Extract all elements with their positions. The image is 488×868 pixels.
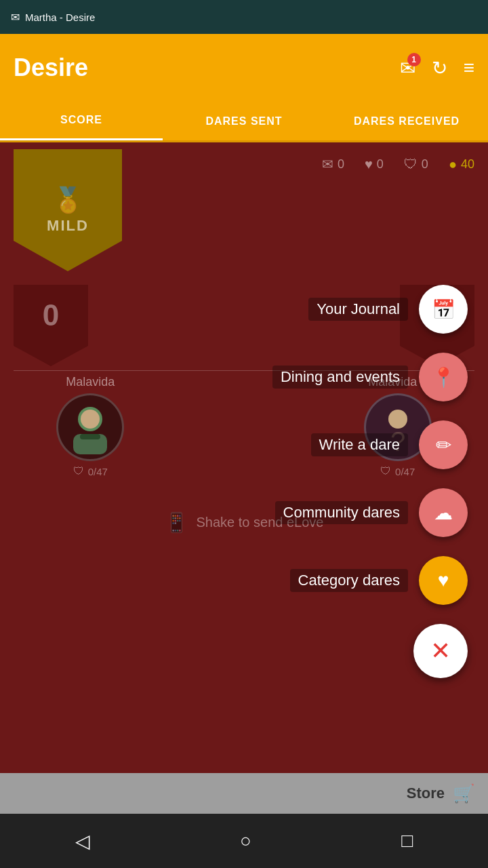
cart-icon: 🛒	[453, 783, 474, 804]
close-icon: ✕	[430, 637, 451, 665]
mail-status-icon: ✉	[11, 11, 20, 24]
player-left-score: 0	[43, 298, 59, 332]
store-bar[interactable]: Store 🛒	[0, 773, 488, 814]
envelope-icon: ✉	[322, 156, 333, 172]
back-icon: ◁	[75, 831, 90, 852]
heart-icon: ♥	[365, 157, 373, 172]
recent-icon: □	[401, 830, 413, 851]
stat-shields: 🛡 0	[404, 157, 428, 172]
stat-messages-value: 0	[338, 157, 344, 172]
status-bar: ✉ Martha - Desire	[0, 0, 488, 34]
refresh-icon: ↻	[432, 58, 447, 79]
nav-back-button[interactable]: ◁	[75, 830, 90, 852]
main-content: 🏅 MILD ✉ 0 ♥ 0 🛡 0 ● 40	[0, 142, 488, 773]
write-dare-label: Write a dare	[311, 433, 408, 456]
store-label: Store	[407, 785, 445, 802]
tab-dares-received-label: DARES RECEIVED	[354, 115, 460, 127]
svg-point-2	[81, 410, 100, 429]
stat-hearts: ♥ 0	[365, 157, 384, 172]
player-left-avatar	[56, 393, 124, 461]
community-dares-row: Community dares ☁	[275, 488, 468, 537]
dining-events-button[interactable]: 📍	[419, 353, 468, 401]
stat-messages: ✉ 0	[322, 156, 344, 172]
your-journal-button[interactable]: 📅	[419, 285, 468, 334]
tab-dares-received[interactable]: DARES RECEIVED	[325, 102, 488, 140]
shield-icon: 🛡	[404, 157, 418, 172]
your-journal-row: Your Journal 📅	[308, 285, 468, 334]
player-left-arrow	[14, 346, 88, 366]
player-left-score-row: 🛡 0/47	[73, 465, 108, 477]
app-bar-icons: ✉ 1 ↻ ≡	[400, 57, 474, 79]
tab-dares-sent-label: DARES SENT	[205, 115, 282, 127]
svg-rect-3	[80, 434, 100, 439]
menu-button[interactable]: ≡	[464, 57, 474, 79]
badge-icon: 🏅	[53, 186, 83, 214]
notification-badge: 1	[407, 53, 421, 66]
tab-dares-sent[interactable]: DARES SENT	[163, 102, 325, 140]
player-left-name: Malavida	[66, 375, 115, 389]
pencil-icon: ✏	[436, 434, 451, 456]
calendar-icon: 📅	[432, 298, 455, 321]
category-dares-row: Category dares ♥	[290, 556, 468, 605]
category-dares-label: Category dares	[290, 569, 408, 592]
fab-close-button[interactable]: ✕	[413, 624, 468, 678]
badge-container: 🏅 MILD	[14, 149, 122, 271]
write-dare-button[interactable]: ✏	[419, 420, 468, 469]
stats-row: ✉ 0 ♥ 0 🛡 0 ● 40	[122, 149, 474, 172]
community-dares-label: Community dares	[275, 501, 408, 524]
tab-score-label: SCORE	[60, 114, 102, 126]
app-title: Desire	[14, 54, 400, 82]
nav-recent-button[interactable]: □	[401, 830, 413, 852]
messages-button[interactable]: ✉ 1	[400, 57, 415, 79]
category-dares-button[interactable]: ♥	[419, 556, 468, 605]
stat-coins: ● 40	[449, 157, 474, 172]
your-journal-label: Your Journal	[308, 298, 408, 321]
stat-hearts-value: 0	[377, 157, 384, 172]
phone-shake-icon: 📱	[165, 511, 188, 534]
player-left-score-box: 0	[14, 285, 88, 346]
player-left-col: Malavida 🛡 0/47	[14, 375, 167, 477]
stat-coins-value: 40	[461, 157, 474, 172]
badge-label: MILD	[47, 217, 89, 235]
home-icon: ○	[240, 830, 251, 851]
player-left-shield-icon: 🛡	[73, 465, 84, 477]
refresh-button[interactable]: ↻	[432, 57, 447, 79]
write-dare-row: Write a dare ✏	[311, 420, 468, 469]
coin-icon: ●	[449, 157, 457, 172]
score-section: 🏅 MILD ✉ 0 ♥ 0 🛡 0 ● 40	[0, 142, 488, 278]
status-bar-title: Martha - Desire	[25, 12, 95, 23]
cloud-icon: ☁	[434, 502, 453, 524]
nav-bar: ◁ ○ □	[0, 814, 488, 868]
fab-menu: Your Journal 📅 Dining and events 📍 Write…	[272, 285, 468, 678]
app-bar: Desire ✉ 1 ↻ ≡	[0, 34, 488, 102]
heart-filled-icon: ♥	[438, 570, 449, 591]
tabs-bar: SCORE DARES SENT DARES RECEIVED	[0, 102, 488, 142]
stat-shields-value: 0	[422, 157, 428, 172]
menu-icon: ≡	[464, 57, 474, 78]
nav-home-button[interactable]: ○	[240, 830, 251, 852]
player-left-score-col: 0	[14, 285, 88, 366]
community-dares-button[interactable]: ☁	[419, 488, 468, 537]
player-left-progress: 0/47	[88, 466, 108, 477]
dining-events-row: Dining and events 📍	[272, 353, 468, 401]
dining-events-label: Dining and events	[272, 366, 408, 389]
badge-shape: 🏅 MILD	[14, 149, 122, 271]
location-icon: 📍	[432, 366, 455, 389]
tab-score[interactable]: SCORE	[0, 102, 163, 140]
